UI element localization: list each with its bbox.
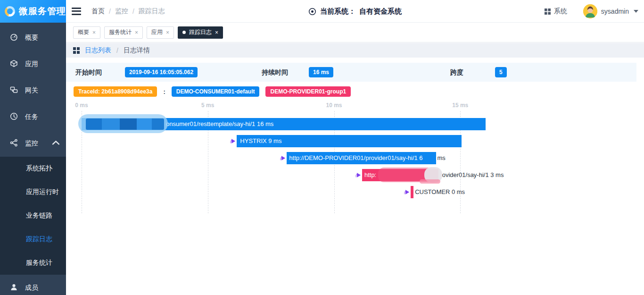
- trace-span-bar[interactable]: onsumer01/resttemplate/say-hi/1 16 ms: [82, 118, 486, 130]
- eye-icon: [308, 8, 316, 16]
- sidebar-item-monitor[interactable]: 监控: [0, 130, 66, 157]
- sidebar-item-icon: [10, 86, 18, 95]
- service-badge: DEMO-PROVIDER01-group1: [265, 86, 351, 97]
- chevron-up-icon: [52, 139, 60, 148]
- sidebar-subitem[interactable]: 系统拓扑: [0, 157, 66, 180]
- service-badges: DEMO-CONSUMER01-defaultDEMO-PROVIDER01-g…: [172, 86, 351, 97]
- current-system-value: 自有资金系统: [359, 7, 402, 16]
- sidebar-item-label: 概要: [25, 34, 38, 42]
- tab-close-icon[interactable]: ×: [215, 30, 218, 35]
- tab-close-icon[interactable]: ×: [92, 30, 96, 35]
- span-label: http://DEMO-PROVIDER01/provider01/say-hi…: [287, 154, 422, 161]
- trace-span-bar[interactable]: http://DEMO-PROVIDER01/provider01/say-hi…: [287, 152, 436, 164]
- grid-icon: [73, 47, 80, 54]
- breadcrumb-separator: /: [116, 47, 118, 54]
- sidebar-item-gateway[interactable]: 网关: [0, 77, 66, 104]
- tab-3[interactable]: 应用 ×: [147, 26, 174, 39]
- app-window: 微服务管理 概要 应用 网关 任务 监控 系统拓扑 应用运行时 业务链路 跟踪日…: [0, 0, 644, 295]
- sidebar-subitem-label: 服务统计: [26, 259, 52, 267]
- tab-2[interactable]: 服务统计 ×: [104, 26, 143, 39]
- sidebar-item-icon: [10, 112, 18, 122]
- sidebar-subitem-label: 应用运行时: [26, 188, 59, 196]
- sidebar: 概要 应用 网关 任务 监控 系统拓扑 应用运行时 业务链路 跟踪日志 服务统计…: [0, 23, 66, 295]
- app-title: 微服务管理: [19, 5, 66, 17]
- span-label-outside: ms: [437, 152, 445, 164]
- username-label[interactable]: sysadmin: [601, 8, 629, 15]
- breadcrumb-item[interactable]: 监控: [115, 7, 128, 16]
- tab-4[interactable]: 跟踪日志 ×: [178, 26, 223, 39]
- tab-label: 概要: [78, 28, 89, 36]
- top-header: 首页/监控/跟踪日志 当前系统： 自有资金系统 系统: [66, 0, 644, 23]
- breadcrumb-item[interactable]: 跟踪日志: [139, 7, 165, 16]
- sidebar-item-icon: [10, 33, 18, 42]
- avatar-person-icon: [583, 4, 597, 18]
- sidebar-item-cube[interactable]: 应用: [0, 51, 66, 77]
- span-start-arrow-icon: [355, 171, 362, 179]
- trace-span-bar[interactable]: HYSTRIX 9 ms: [237, 135, 462, 147]
- user-icon: [10, 283, 18, 293]
- sidebar-subitem[interactable]: 应用运行时: [0, 180, 66, 204]
- sidebar-subitem[interactable]: 跟踪日志: [0, 228, 66, 251]
- tab-label: 应用: [151, 28, 163, 36]
- trace-summary-row: 开始时间 2019-09-16 16:05:05.062 持续时间 16 ms …: [66, 63, 636, 82]
- trace-id-badge: TraceId: 2b61a8908d94ee3a: [74, 86, 157, 97]
- sidebar-item-gauge[interactable]: 概要: [0, 25, 66, 51]
- sidebar-item-clock[interactable]: 任务: [0, 104, 66, 130]
- duration-value: 16 ms: [309, 67, 333, 77]
- sidebar-item-label: 任务: [25, 113, 38, 121]
- app-logo[interactable]: 微服务管理: [0, 0, 66, 23]
- logo-swirl-icon: [3, 4, 17, 18]
- span-count-value: 5: [495, 67, 507, 77]
- span-label-outside: ovider01/say-hi/1 3 ms: [442, 169, 504, 181]
- start-time-label: 开始时间: [75, 63, 102, 82]
- sidebar-subitem[interactable]: 服务统计: [0, 251, 66, 275]
- sidebar-item-label: 监控: [25, 139, 38, 148]
- sidebar-item-icon: [10, 139, 18, 148]
- sidebar-subitem-label: 跟踪日志: [26, 235, 52, 244]
- avatar[interactable]: [583, 4, 597, 18]
- breadcrumb-log-list-link[interactable]: 日志列表: [85, 46, 111, 55]
- span-label: http:: [362, 171, 376, 178]
- page-breadcrumb-bar: 日志列表 / 日志详情: [66, 43, 644, 58]
- current-system-label: 当前系统：: [320, 7, 355, 16]
- span-start-arrow-icon: [403, 188, 411, 196]
- span-start-arrow-icon: [279, 154, 287, 162]
- breadcrumb-separator: /: [132, 8, 134, 15]
- breadcrumb-log-detail: 日志详情: [124, 46, 150, 55]
- open-tabs-bar: 概要 × 服务统计 × 应用 × 跟踪日志 ×: [66, 23, 644, 42]
- sidebar-item-icon: [10, 59, 18, 69]
- tab-close-icon[interactable]: ×: [135, 30, 138, 35]
- sidebar-subitem[interactable]: 业务链路: [0, 204, 66, 228]
- system-menu[interactable]: 系统: [545, 7, 567, 16]
- sidebar-main-menu: 概要 应用 网关 任务 监控: [0, 25, 66, 157]
- tab-label: 服务统计: [109, 28, 132, 36]
- span-label-outside: CUSTOMER 0 ms: [415, 186, 465, 198]
- tab-close-icon[interactable]: ×: [166, 30, 169, 35]
- sidebar-item-label: 成员: [25, 284, 38, 292]
- sidebar-subitem-label: 系统拓扑: [26, 164, 52, 173]
- axis-tick-label: 0 ms: [71, 102, 92, 109]
- trace-id-row: TraceId: 2b61a8908d94ee3a : DEMO-CONSUME…: [74, 86, 351, 97]
- span-label: onsumer01/resttemplate/say-hi/1 16 ms: [82, 120, 273, 127]
- sidebar-item-label: 网关: [25, 86, 38, 95]
- hamburger-menu-icon[interactable]: [71, 7, 82, 16]
- tab-1[interactable]: 概要 ×: [73, 26, 100, 39]
- trace-span-bar[interactable]: http:: [362, 169, 438, 181]
- system-menu-label: 系统: [554, 7, 567, 16]
- breadcrumb-item[interactable]: 首页: [91, 7, 105, 16]
- service-badge: DEMO-CONSUMER01-default: [172, 86, 260, 97]
- trace-colon: :: [163, 88, 165, 95]
- start-time-value: 2019-09-16 16:05:05.062: [125, 67, 198, 77]
- sidebar-submenu: 系统拓扑 应用运行时 业务链路 跟踪日志 服务统计: [0, 157, 66, 275]
- breadcrumb-separator: /: [109, 8, 111, 15]
- sidebar-item-member[interactable]: 成员: [0, 275, 66, 295]
- user-menu-caret-icon[interactable]: [634, 10, 638, 13]
- span-count-label: 跨度: [450, 63, 463, 82]
- header-right: 系统 sysadmin: [545, 0, 638, 23]
- axis-tick-label: 5 ms: [198, 102, 218, 109]
- sidebar-item-label: 应用: [25, 60, 38, 68]
- trace-span-bar[interactable]: [411, 186, 413, 198]
- axis-tick-label: 15 ms: [450, 102, 471, 109]
- grid-icon: [545, 8, 551, 15]
- axis-tick-label: 10 ms: [324, 102, 345, 109]
